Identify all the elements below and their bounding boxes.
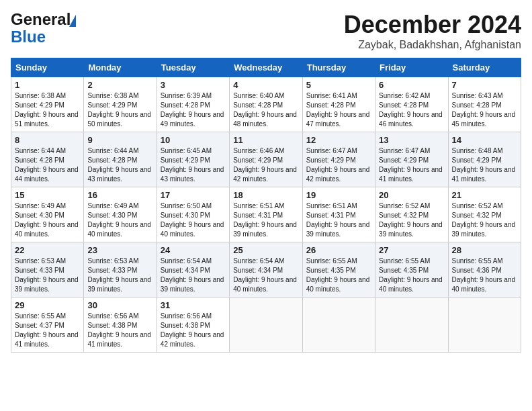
calendar-week-1: 1Sunrise: 6:38 AMSunset: 4:29 PMDaylight… xyxy=(11,77,521,132)
day-info: Sunrise: 6:49 AMSunset: 4:30 PMDaylight:… xyxy=(87,201,152,239)
day-number: 21 xyxy=(452,190,517,200)
page-header: General Blue December 2024 Zaybak, Badak… xyxy=(11,11,521,51)
calendar-cell xyxy=(448,298,521,353)
calendar-cell: 15Sunrise: 6:49 AMSunset: 4:30 PMDayligh… xyxy=(11,187,84,242)
day-number: 27 xyxy=(379,245,444,255)
calendar-cell: 29Sunrise: 6:55 AMSunset: 4:37 PMDayligh… xyxy=(11,298,84,353)
calendar-cell: 25Sunrise: 6:54 AMSunset: 4:34 PMDayligh… xyxy=(230,242,302,298)
day-number: 1 xyxy=(15,80,80,90)
calendar-cell: 13Sunrise: 6:47 AMSunset: 4:29 PMDayligh… xyxy=(375,132,448,187)
day-info: Sunrise: 6:44 AMSunset: 4:28 PMDaylight:… xyxy=(15,146,80,184)
calendar-cell: 9Sunrise: 6:44 AMSunset: 4:28 PMDaylight… xyxy=(84,132,157,187)
calendar-cell: 23Sunrise: 6:53 AMSunset: 4:33 PMDayligh… xyxy=(84,242,157,298)
day-info: Sunrise: 6:53 AMSunset: 4:33 PMDaylight:… xyxy=(15,257,80,294)
calendar-week-2: 8Sunrise: 6:44 AMSunset: 4:28 PMDaylight… xyxy=(11,132,521,187)
calendar-cell: 26Sunrise: 6:55 AMSunset: 4:35 PMDayligh… xyxy=(302,242,375,298)
calendar-cell: 20Sunrise: 6:52 AMSunset: 4:32 PMDayligh… xyxy=(375,187,448,242)
calendar-cell xyxy=(302,298,375,353)
calendar-cell: 22Sunrise: 6:53 AMSunset: 4:33 PMDayligh… xyxy=(11,242,84,298)
day-info: Sunrise: 6:52 AMSunset: 4:32 PMDaylight:… xyxy=(452,201,517,239)
calendar-cell: 5Sunrise: 6:41 AMSunset: 4:28 PMDaylight… xyxy=(302,77,375,132)
day-number: 25 xyxy=(233,245,298,255)
weekday-header-friday: Friday xyxy=(375,58,448,77)
day-number: 16 xyxy=(87,190,152,200)
day-info: Sunrise: 6:47 AMSunset: 4:29 PMDaylight:… xyxy=(306,146,371,184)
calendar-week-4: 22Sunrise: 6:53 AMSunset: 4:33 PMDayligh… xyxy=(11,242,521,298)
day-info: Sunrise: 6:42 AMSunset: 4:28 PMDaylight:… xyxy=(379,91,444,129)
day-info: Sunrise: 6:49 AMSunset: 4:30 PMDaylight:… xyxy=(15,201,80,239)
calendar-cell: 11Sunrise: 6:46 AMSunset: 4:29 PMDayligh… xyxy=(230,132,302,187)
calendar-cell: 24Sunrise: 6:54 AMSunset: 4:34 PMDayligh… xyxy=(157,242,229,298)
weekday-header-sunday: Sunday xyxy=(11,58,84,77)
day-info: Sunrise: 6:50 AMSunset: 4:30 PMDaylight:… xyxy=(161,201,226,239)
calendar-cell: 18Sunrise: 6:51 AMSunset: 4:31 PMDayligh… xyxy=(230,187,302,242)
day-info: Sunrise: 6:39 AMSunset: 4:28 PMDaylight:… xyxy=(161,91,226,129)
weekday-header-tuesday: Tuesday xyxy=(157,58,229,77)
calendar-cell: 27Sunrise: 6:55 AMSunset: 4:35 PMDayligh… xyxy=(375,242,448,298)
day-number: 4 xyxy=(233,80,298,90)
day-number: 8 xyxy=(15,135,80,145)
day-info: Sunrise: 6:55 AMSunset: 4:37 PMDaylight:… xyxy=(15,312,80,349)
day-number: 19 xyxy=(306,190,371,200)
weekday-header-monday: Monday xyxy=(84,58,157,77)
day-info: Sunrise: 6:55 AMSunset: 4:35 PMDaylight:… xyxy=(306,257,371,294)
logo-general-text: General xyxy=(11,11,71,28)
day-info: Sunrise: 6:40 AMSunset: 4:28 PMDaylight:… xyxy=(233,91,298,129)
weekday-header-thursday: Thursday xyxy=(302,58,375,77)
logo-blue-text: Blue xyxy=(11,28,46,46)
day-number: 9 xyxy=(87,135,152,145)
day-number: 2 xyxy=(87,80,152,90)
day-info: Sunrise: 6:54 AMSunset: 4:34 PMDaylight:… xyxy=(233,257,298,294)
location-title: Zaybak, Badakhshan, Afghanistan xyxy=(344,39,521,51)
day-info: Sunrise: 6:52 AMSunset: 4:32 PMDaylight:… xyxy=(379,201,444,239)
weekday-header-saturday: Saturday xyxy=(448,58,521,77)
title-area: December 2024 Zaybak, Badakhshan, Afghan… xyxy=(344,11,521,51)
day-info: Sunrise: 6:51 AMSunset: 4:31 PMDaylight:… xyxy=(233,201,298,239)
day-number: 26 xyxy=(306,245,371,255)
day-info: Sunrise: 6:56 AMSunset: 4:38 PMDaylight:… xyxy=(87,312,152,349)
day-info: Sunrise: 6:56 AMSunset: 4:38 PMDaylight:… xyxy=(161,312,226,349)
calendar-cell: 17Sunrise: 6:50 AMSunset: 4:30 PMDayligh… xyxy=(157,187,229,242)
calendar-cell: 6Sunrise: 6:42 AMSunset: 4:28 PMDaylight… xyxy=(375,77,448,132)
day-number: 15 xyxy=(15,190,80,200)
calendar-cell: 19Sunrise: 6:51 AMSunset: 4:31 PMDayligh… xyxy=(302,187,375,242)
day-info: Sunrise: 6:47 AMSunset: 4:29 PMDaylight:… xyxy=(379,146,444,184)
day-number: 6 xyxy=(379,80,444,90)
calendar-cell: 10Sunrise: 6:45 AMSunset: 4:29 PMDayligh… xyxy=(157,132,229,187)
calendar-cell: 31Sunrise: 6:56 AMSunset: 4:38 PMDayligh… xyxy=(157,298,229,353)
day-info: Sunrise: 6:45 AMSunset: 4:29 PMDaylight:… xyxy=(161,146,226,184)
calendar-cell: 30Sunrise: 6:56 AMSunset: 4:38 PMDayligh… xyxy=(84,298,157,353)
logo: General Blue xyxy=(11,11,76,46)
day-number: 14 xyxy=(452,135,517,145)
day-number: 30 xyxy=(87,300,152,310)
day-number: 24 xyxy=(161,245,226,255)
calendar-cell xyxy=(375,298,448,353)
month-title: December 2024 xyxy=(344,11,521,39)
weekday-header-wednesday: Wednesday xyxy=(230,58,302,77)
logo-triangle-icon xyxy=(69,15,76,27)
day-info: Sunrise: 6:44 AMSunset: 4:28 PMDaylight:… xyxy=(87,146,152,184)
day-number: 7 xyxy=(452,80,517,90)
calendar-cell: 12Sunrise: 6:47 AMSunset: 4:29 PMDayligh… xyxy=(302,132,375,187)
day-info: Sunrise: 6:55 AMSunset: 4:36 PMDaylight:… xyxy=(452,257,517,294)
calendar-cell: 1Sunrise: 6:38 AMSunset: 4:29 PMDaylight… xyxy=(11,77,84,132)
day-info: Sunrise: 6:38 AMSunset: 4:29 PMDaylight:… xyxy=(15,91,80,129)
day-info: Sunrise: 6:51 AMSunset: 4:31 PMDaylight:… xyxy=(306,201,371,239)
day-info: Sunrise: 6:38 AMSunset: 4:29 PMDaylight:… xyxy=(87,91,152,129)
weekday-header-row: SundayMondayTuesdayWednesdayThursdayFrid… xyxy=(11,58,521,77)
calendar-week-5: 29Sunrise: 6:55 AMSunset: 4:37 PMDayligh… xyxy=(11,298,521,353)
day-info: Sunrise: 6:53 AMSunset: 4:33 PMDaylight:… xyxy=(87,257,152,294)
calendar-cell: 3Sunrise: 6:39 AMSunset: 4:28 PMDaylight… xyxy=(157,77,229,132)
day-info: Sunrise: 6:46 AMSunset: 4:29 PMDaylight:… xyxy=(233,146,298,184)
calendar-cell: 2Sunrise: 6:38 AMSunset: 4:29 PMDaylight… xyxy=(84,77,157,132)
day-number: 20 xyxy=(379,190,444,200)
day-number: 22 xyxy=(15,245,80,255)
calendar-cell: 7Sunrise: 6:43 AMSunset: 4:28 PMDaylight… xyxy=(448,77,521,132)
day-info: Sunrise: 6:43 AMSunset: 4:28 PMDaylight:… xyxy=(452,91,517,129)
day-number: 12 xyxy=(306,135,371,145)
day-number: 5 xyxy=(306,80,371,90)
day-info: Sunrise: 6:55 AMSunset: 4:35 PMDaylight:… xyxy=(379,257,444,294)
day-number: 17 xyxy=(161,190,226,200)
day-number: 3 xyxy=(161,80,226,90)
calendar-cell: 28Sunrise: 6:55 AMSunset: 4:36 PMDayligh… xyxy=(448,242,521,298)
